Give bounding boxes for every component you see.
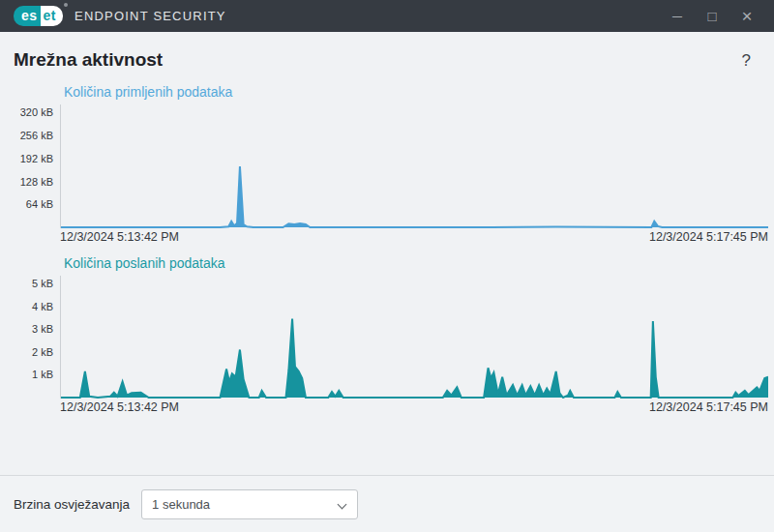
footer-bar: Brzina osvježavanja 1 sekunda bbox=[0, 475, 774, 532]
y-axis-tick-label: 64 kB bbox=[26, 196, 53, 212]
x-axis-end-time: 12/3/2024 5:17:45 PM bbox=[649, 400, 768, 414]
eset-logo-left: es bbox=[14, 6, 41, 26]
y-axis-tick-label: 320 kB bbox=[20, 104, 53, 120]
received-chart-y-axis: 320 kB256 kB192 kB128 kB64 kB bbox=[0, 104, 60, 228]
y-axis-tick-label: 1 kB bbox=[32, 367, 53, 382]
titlebar: es et ENDPOINT SECURITY ─ □ × bbox=[0, 0, 774, 32]
window-controls: ─ □ × bbox=[660, 0, 764, 32]
sent-area-series bbox=[61, 276, 768, 399]
y-axis-tick-label: 256 kB bbox=[20, 128, 53, 143]
y-axis-tick-label: 3 kB bbox=[32, 321, 53, 337]
received-chart-title: Količina primljenih podataka bbox=[64, 84, 774, 100]
network-activity-charts: Količina primljenih podataka 320 kB256 k… bbox=[0, 84, 774, 414]
sent-chart-plot-area bbox=[60, 276, 768, 399]
y-axis-tick-label: 192 kB bbox=[20, 151, 53, 166]
y-axis-tick-label: 4 kB bbox=[32, 299, 53, 314]
received-data-chart: Količina primljenih podataka 320 kB256 k… bbox=[0, 84, 774, 244]
refresh-rate-value: 1 sekunda bbox=[152, 497, 210, 512]
page-header: Mrežna aktivnost ? bbox=[0, 32, 774, 71]
help-icon[interactable]: ? bbox=[742, 51, 751, 71]
product-name: ENDPOINT SECURITY bbox=[74, 9, 226, 23]
received-chart-x-axis: 12/3/2024 5:13:42 PM 12/3/2024 5:17:45 P… bbox=[60, 230, 768, 244]
sent-chart-x-axis: 12/3/2024 5:13:42 PM 12/3/2024 5:17:45 P… bbox=[60, 400, 768, 414]
eset-logo-right: et bbox=[41, 6, 63, 26]
received-area-series bbox=[61, 104, 768, 228]
page-title: Mrežna aktivnost bbox=[14, 49, 163, 71]
registered-trademark-dot bbox=[64, 3, 68, 7]
close-icon[interactable]: × bbox=[729, 0, 764, 32]
sent-data-chart: Količina poslanih podataka 5 kB4 kB3 kB2… bbox=[0, 255, 774, 414]
x-axis-start-time: 12/3/2024 5:13:42 PM bbox=[60, 230, 179, 244]
y-axis-tick-label: 2 kB bbox=[32, 344, 53, 360]
sent-chart-title: Količina poslanih podataka bbox=[64, 255, 774, 271]
chevron-down-icon bbox=[338, 499, 347, 509]
refresh-rate-select[interactable]: 1 sekunda bbox=[141, 489, 358, 519]
refresh-rate-label: Brzina osvježavanja bbox=[14, 497, 130, 512]
received-chart-plot-area bbox=[60, 104, 768, 228]
minimize-icon[interactable]: ─ bbox=[660, 0, 695, 32]
sent-chart-y-axis: 5 kB4 kB3 kB2 kB1 kB bbox=[0, 276, 60, 399]
x-axis-end-time: 12/3/2024 5:17:45 PM bbox=[649, 230, 768, 244]
eset-logo: es et bbox=[14, 6, 63, 26]
y-axis-tick-label: 5 kB bbox=[32, 276, 53, 291]
x-axis-start-time: 12/3/2024 5:13:42 PM bbox=[60, 400, 179, 414]
y-axis-tick-label: 128 kB bbox=[20, 174, 53, 190]
maximize-icon[interactable]: □ bbox=[695, 0, 729, 32]
